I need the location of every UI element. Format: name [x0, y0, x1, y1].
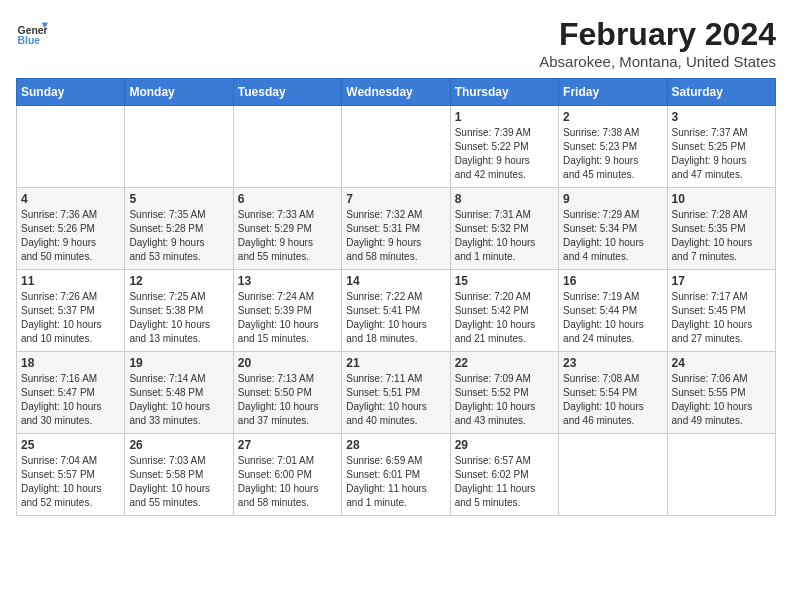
day-number: 4 [21, 192, 120, 206]
day-cell: 27Sunrise: 7:01 AM Sunset: 6:00 PM Dayli… [233, 434, 341, 516]
column-header-tuesday: Tuesday [233, 79, 341, 106]
day-info: Sunrise: 7:39 AM Sunset: 5:22 PM Dayligh… [455, 126, 554, 182]
day-cell: 7Sunrise: 7:32 AM Sunset: 5:31 PM Daylig… [342, 188, 450, 270]
page-header: General Blue February 2024 Absarokee, Mo… [16, 16, 776, 70]
day-number: 25 [21, 438, 120, 452]
day-number: 15 [455, 274, 554, 288]
day-cell: 24Sunrise: 7:06 AM Sunset: 5:55 PM Dayli… [667, 352, 775, 434]
day-cell: 17Sunrise: 7:17 AM Sunset: 5:45 PM Dayli… [667, 270, 775, 352]
day-cell: 12Sunrise: 7:25 AM Sunset: 5:38 PM Dayli… [125, 270, 233, 352]
day-cell: 26Sunrise: 7:03 AM Sunset: 5:58 PM Dayli… [125, 434, 233, 516]
day-info: Sunrise: 7:31 AM Sunset: 5:32 PM Dayligh… [455, 208, 554, 264]
day-info: Sunrise: 7:09 AM Sunset: 5:52 PM Dayligh… [455, 372, 554, 428]
day-info: Sunrise: 7:38 AM Sunset: 5:23 PM Dayligh… [563, 126, 662, 182]
day-number: 19 [129, 356, 228, 370]
day-cell [233, 106, 341, 188]
day-number: 14 [346, 274, 445, 288]
day-number: 5 [129, 192, 228, 206]
day-info: Sunrise: 7:25 AM Sunset: 5:38 PM Dayligh… [129, 290, 228, 346]
day-info: Sunrise: 7:37 AM Sunset: 5:25 PM Dayligh… [672, 126, 771, 182]
day-cell: 20Sunrise: 7:13 AM Sunset: 5:50 PM Dayli… [233, 352, 341, 434]
day-cell [17, 106, 125, 188]
day-cell: 13Sunrise: 7:24 AM Sunset: 5:39 PM Dayli… [233, 270, 341, 352]
day-info: Sunrise: 7:22 AM Sunset: 5:41 PM Dayligh… [346, 290, 445, 346]
day-number: 10 [672, 192, 771, 206]
day-info: Sunrise: 7:08 AM Sunset: 5:54 PM Dayligh… [563, 372, 662, 428]
day-info: Sunrise: 7:20 AM Sunset: 5:42 PM Dayligh… [455, 290, 554, 346]
day-number: 12 [129, 274, 228, 288]
day-number: 24 [672, 356, 771, 370]
column-header-wednesday: Wednesday [342, 79, 450, 106]
day-info: Sunrise: 7:17 AM Sunset: 5:45 PM Dayligh… [672, 290, 771, 346]
day-number: 21 [346, 356, 445, 370]
day-info: Sunrise: 7:24 AM Sunset: 5:39 PM Dayligh… [238, 290, 337, 346]
day-cell: 2Sunrise: 7:38 AM Sunset: 5:23 PM Daylig… [559, 106, 667, 188]
day-number: 27 [238, 438, 337, 452]
day-info: Sunrise: 7:19 AM Sunset: 5:44 PM Dayligh… [563, 290, 662, 346]
day-cell [125, 106, 233, 188]
day-cell: 11Sunrise: 7:26 AM Sunset: 5:37 PM Dayli… [17, 270, 125, 352]
svg-text:General: General [18, 25, 48, 36]
day-number: 7 [346, 192, 445, 206]
day-cell: 18Sunrise: 7:16 AM Sunset: 5:47 PM Dayli… [17, 352, 125, 434]
day-number: 20 [238, 356, 337, 370]
svg-text:Blue: Blue [18, 35, 41, 46]
week-row-5: 25Sunrise: 7:04 AM Sunset: 5:57 PM Dayli… [17, 434, 776, 516]
day-info: Sunrise: 7:36 AM Sunset: 5:26 PM Dayligh… [21, 208, 120, 264]
day-number: 22 [455, 356, 554, 370]
day-cell [559, 434, 667, 516]
day-number: 8 [455, 192, 554, 206]
day-cell: 3Sunrise: 7:37 AM Sunset: 5:25 PM Daylig… [667, 106, 775, 188]
day-cell: 29Sunrise: 6:57 AM Sunset: 6:02 PM Dayli… [450, 434, 558, 516]
day-cell: 10Sunrise: 7:28 AM Sunset: 5:35 PM Dayli… [667, 188, 775, 270]
logo: General Blue [16, 16, 48, 48]
day-number: 11 [21, 274, 120, 288]
day-number: 18 [21, 356, 120, 370]
day-number: 16 [563, 274, 662, 288]
day-number: 13 [238, 274, 337, 288]
day-cell: 22Sunrise: 7:09 AM Sunset: 5:52 PM Dayli… [450, 352, 558, 434]
day-cell: 4Sunrise: 7:36 AM Sunset: 5:26 PM Daylig… [17, 188, 125, 270]
day-info: Sunrise: 6:59 AM Sunset: 6:01 PM Dayligh… [346, 454, 445, 510]
day-info: Sunrise: 7:14 AM Sunset: 5:48 PM Dayligh… [129, 372, 228, 428]
week-row-3: 11Sunrise: 7:26 AM Sunset: 5:37 PM Dayli… [17, 270, 776, 352]
page-title: February 2024 [539, 16, 776, 53]
day-cell [667, 434, 775, 516]
day-info: Sunrise: 7:28 AM Sunset: 5:35 PM Dayligh… [672, 208, 771, 264]
day-number: 3 [672, 110, 771, 124]
day-number: 29 [455, 438, 554, 452]
day-number: 23 [563, 356, 662, 370]
day-number: 2 [563, 110, 662, 124]
day-cell: 19Sunrise: 7:14 AM Sunset: 5:48 PM Dayli… [125, 352, 233, 434]
day-number: 26 [129, 438, 228, 452]
day-info: Sunrise: 7:13 AM Sunset: 5:50 PM Dayligh… [238, 372, 337, 428]
day-cell: 21Sunrise: 7:11 AM Sunset: 5:51 PM Dayli… [342, 352, 450, 434]
day-cell: 28Sunrise: 6:59 AM Sunset: 6:01 PM Dayli… [342, 434, 450, 516]
column-header-friday: Friday [559, 79, 667, 106]
day-cell: 9Sunrise: 7:29 AM Sunset: 5:34 PM Daylig… [559, 188, 667, 270]
page-subtitle: Absarokee, Montana, United States [539, 53, 776, 70]
day-number: 1 [455, 110, 554, 124]
day-info: Sunrise: 7:01 AM Sunset: 6:00 PM Dayligh… [238, 454, 337, 510]
column-header-saturday: Saturday [667, 79, 775, 106]
day-info: Sunrise: 7:06 AM Sunset: 5:55 PM Dayligh… [672, 372, 771, 428]
calendar-table: SundayMondayTuesdayWednesdayThursdayFrid… [16, 78, 776, 516]
day-info: Sunrise: 7:16 AM Sunset: 5:47 PM Dayligh… [21, 372, 120, 428]
day-info: Sunrise: 7:35 AM Sunset: 5:28 PM Dayligh… [129, 208, 228, 264]
day-cell: 5Sunrise: 7:35 AM Sunset: 5:28 PM Daylig… [125, 188, 233, 270]
week-row-1: 1Sunrise: 7:39 AM Sunset: 5:22 PM Daylig… [17, 106, 776, 188]
day-number: 9 [563, 192, 662, 206]
day-info: Sunrise: 7:03 AM Sunset: 5:58 PM Dayligh… [129, 454, 228, 510]
day-number: 28 [346, 438, 445, 452]
day-cell: 14Sunrise: 7:22 AM Sunset: 5:41 PM Dayli… [342, 270, 450, 352]
day-number: 17 [672, 274, 771, 288]
day-cell: 8Sunrise: 7:31 AM Sunset: 5:32 PM Daylig… [450, 188, 558, 270]
day-info: Sunrise: 7:11 AM Sunset: 5:51 PM Dayligh… [346, 372, 445, 428]
week-row-4: 18Sunrise: 7:16 AM Sunset: 5:47 PM Dayli… [17, 352, 776, 434]
day-cell [342, 106, 450, 188]
day-info: Sunrise: 6:57 AM Sunset: 6:02 PM Dayligh… [455, 454, 554, 510]
day-info: Sunrise: 7:32 AM Sunset: 5:31 PM Dayligh… [346, 208, 445, 264]
day-cell: 23Sunrise: 7:08 AM Sunset: 5:54 PM Dayli… [559, 352, 667, 434]
day-info: Sunrise: 7:04 AM Sunset: 5:57 PM Dayligh… [21, 454, 120, 510]
day-cell: 1Sunrise: 7:39 AM Sunset: 5:22 PM Daylig… [450, 106, 558, 188]
